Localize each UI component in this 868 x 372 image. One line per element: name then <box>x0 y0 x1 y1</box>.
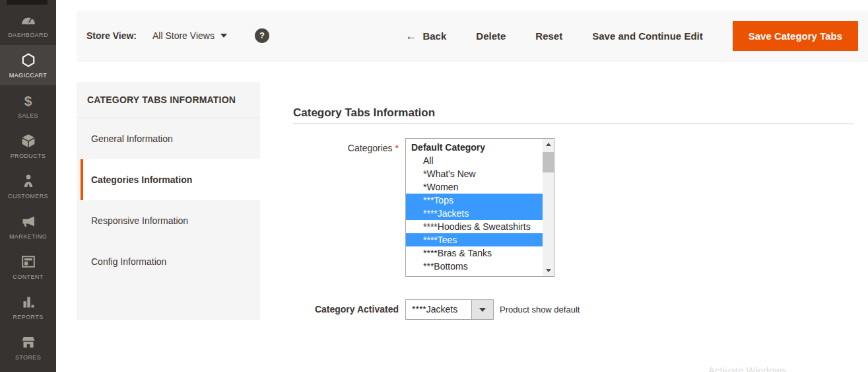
back-arrow-icon: ← <box>405 30 417 42</box>
content-icon <box>20 254 36 270</box>
save-category-tabs-button[interactable]: Save Category Tabs <box>733 21 858 51</box>
toolbar-actions: ← Back Delete Reset Save and Continue Ed… <box>405 21 858 51</box>
sidebar-item-customers[interactable]: CUSTOMERS <box>0 166 56 206</box>
sidebar-item-label: STORES <box>15 354 41 361</box>
store-view-value: All Store Views <box>152 30 215 41</box>
reports-icon <box>20 294 36 311</box>
admin-logo-strip <box>7 0 48 5</box>
category-option[interactable]: ****Jackets <box>406 207 543 220</box>
sidebar-item-content[interactable]: CONTENT <box>0 246 56 287</box>
section-nav-title: CATEGORY TABS INFORMATION <box>77 82 260 118</box>
sidebar-item-products[interactable]: PRODUCTS <box>0 126 56 166</box>
category-activated-select[interactable]: ****Jackets <box>405 299 494 320</box>
sidebar-item-marketing[interactable]: MARKETING <box>0 206 56 246</box>
scroll-down-icon[interactable] <box>543 265 554 276</box>
category-option[interactable]: All <box>406 154 543 167</box>
scroll-up-icon[interactable] <box>543 139 554 150</box>
category-option[interactable]: ****Tees <box>406 233 543 246</box>
nav-item-config-information[interactable]: Config Information <box>77 241 260 282</box>
sidebar-item-label: MAGICCART <box>9 72 47 79</box>
nav-item-responsive-information[interactable]: Responsive Information <box>77 200 260 241</box>
nav-item-categories-information[interactable]: Categories Information <box>81 159 260 200</box>
sidebar-item-label: CONTENT <box>13 274 43 280</box>
sidebar-item-label: REPORTS <box>13 314 43 320</box>
category-option[interactable]: ****Hoodies & Sweatshirts <box>406 220 543 233</box>
dashboard-icon <box>20 12 36 28</box>
chevron-down-icon <box>220 34 227 38</box>
page-toolbar: Store View: All Store Views ? ← Back Del… <box>77 11 868 61</box>
category-activated-label: Category Activated <box>293 299 399 320</box>
page-title: Category Tabs Information <box>293 106 854 120</box>
sales-icon: $ <box>24 93 32 109</box>
category-option[interactable]: *Women <box>406 180 543 194</box>
admin-sidebar: DASHBOARDMAGICCART$SALESPRODUCTSCUSTOMER… <box>0 0 56 372</box>
products-icon <box>20 133 36 149</box>
category-option[interactable]: ***Bottoms <box>406 260 543 273</box>
sidebar-item-reports[interactable]: REPORTS <box>0 287 56 327</box>
categories-field-row: Categories* Default CategoryAll*What's N… <box>293 138 854 277</box>
categories-field-label: Categories* <box>293 138 399 277</box>
section-nav-panel: CATEGORY TABS INFORMATION General Inform… <box>77 82 260 320</box>
category-option[interactable]: *What's New <box>406 167 543 180</box>
content-divider <box>293 124 854 124</box>
form-content: Category Tabs Information Categories* De… <box>293 82 854 320</box>
category-option[interactable]: Default Category <box>406 141 543 154</box>
sidebar-item-label: CUSTOMERS <box>8 193 48 200</box>
stores-icon <box>20 334 36 351</box>
sidebar-item-label: SALES <box>18 112 38 119</box>
help-icon[interactable]: ? <box>255 28 269 43</box>
magiccart-icon <box>20 52 36 69</box>
delete-button[interactable]: Delete <box>476 30 506 42</box>
sidebar-item-label: PRODUCTS <box>11 153 46 159</box>
main-area: Store View: All Store Views ? ← Back Del… <box>77 11 868 320</box>
nav-item-general-information[interactable]: General Information <box>77 118 260 159</box>
page-body: CATEGORY TABS INFORMATION General Inform… <box>77 82 868 320</box>
section-nav-items: General InformationCategories Informatio… <box>77 118 260 282</box>
reset-button[interactable]: Reset <box>535 30 562 42</box>
sidebar-item-dashboard[interactable]: DASHBOARD <box>0 5 56 45</box>
scroll-thumb[interactable] <box>543 152 554 172</box>
sidebar-item-label: MARKETING <box>9 233 47 240</box>
categories-options: Default CategoryAll*What's New*Women***T… <box>406 139 543 276</box>
marketing-icon <box>20 213 36 230</box>
chevron-down-icon <box>479 308 486 312</box>
sidebar-item-sales[interactable]: $SALES <box>0 85 56 126</box>
category-activated-note: Product show default <box>500 299 580 320</box>
store-view-switcher: Store View: All Store Views ? <box>86 28 269 43</box>
activate-windows-watermark: Activate Windows <box>708 365 786 372</box>
sidebar-item-magiccart[interactable]: MAGICCART <box>0 45 56 85</box>
listbox-scrollbar[interactable] <box>543 139 554 276</box>
back-button[interactable]: ← Back <box>405 30 446 42</box>
sidebar-item-stores[interactable]: STORES <box>0 327 56 367</box>
category-activated-field-row: Category Activated ****Jackets Product s… <box>293 299 854 320</box>
store-view-dropdown[interactable]: All Store Views <box>152 30 227 41</box>
categories-multiselect[interactable]: Default CategoryAll*What's New*Women***T… <box>405 138 554 277</box>
category-option[interactable]: ***Tops <box>406 194 543 207</box>
category-option[interactable]: ****Bras & Tanks <box>406 246 543 260</box>
select-dropdown-button[interactable] <box>471 300 493 319</box>
customers-icon <box>20 173 36 190</box>
save-and-continue-button[interactable]: Save and Continue Edit <box>592 30 703 42</box>
admin-menu: DASHBOARDMAGICCART$SALESPRODUCTSCUSTOMER… <box>0 5 56 367</box>
sidebar-item-label: DASHBOARD <box>8 32 48 38</box>
store-view-label: Store View: <box>86 30 137 41</box>
required-marker: * <box>395 143 399 153</box>
category-activated-value: ****Jackets <box>406 300 471 319</box>
